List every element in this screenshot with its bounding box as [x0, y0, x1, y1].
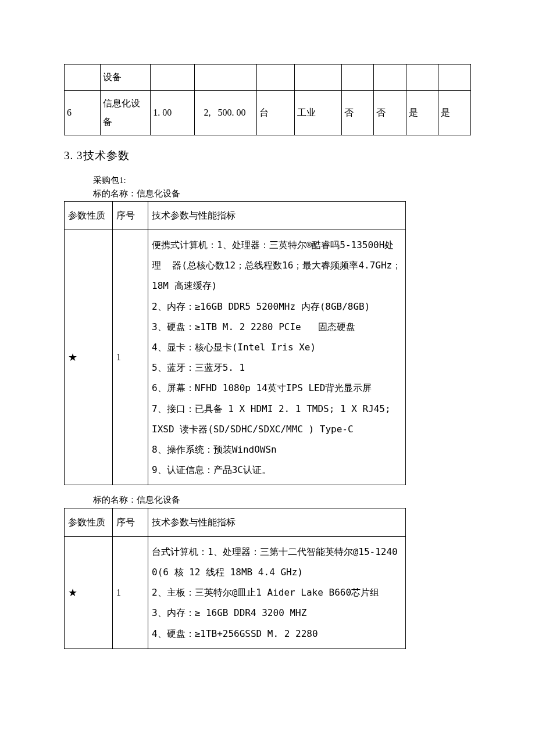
cell-star: ★ — [65, 536, 113, 648]
equipment-table: 设备 6 信息化设备 1. 00 2, 500. 00 台 工业 否 否 是 是 — [64, 64, 471, 135]
page: 设备 6 信息化设备 1. 00 2, 500. 00 台 工业 否 否 是 是… — [64, 64, 471, 649]
cell — [151, 65, 194, 91]
cell-yn: 是 — [406, 91, 438, 135]
target-name: 信息化设备 — [137, 495, 180, 504]
cell — [294, 65, 341, 91]
col-header-param-nature: 参数性质 — [65, 202, 113, 230]
spec-table-2: 参数性质 序号 技术参数与性能指标 ★ 1 台式计算机：1、处理器：三第十二代智… — [64, 508, 406, 649]
section-heading: 3. 3技术参数 — [64, 148, 471, 163]
cell-qty: 1. 00 — [151, 91, 194, 135]
cell — [406, 65, 438, 91]
cell-yn: 否 — [374, 91, 406, 135]
table-header-row: 参数性质 序号 技术参数与性能指标 — [65, 202, 406, 230]
cell-name: 信息化设备 — [101, 91, 151, 135]
target-label-prefix: 标的名称： — [93, 495, 137, 504]
package-label: 采购包1: — [93, 174, 471, 187]
col-header-spec: 技术参数与性能指标 — [148, 202, 406, 230]
cell-seq: 1 — [113, 536, 148, 648]
cell-yn: 是 — [438, 91, 471, 135]
col-header-param-nature: 参数性质 — [65, 508, 113, 536]
target-name-line: 标的名称：信息化设备 — [93, 187, 471, 200]
col-header-seq: 序号 — [113, 202, 148, 230]
cell-industry: 工业 — [294, 91, 341, 135]
spec-table-1: 参数性质 序号 技术参数与性能指标 ★ 1 便携式计算机：1、处理器：三英特尔®… — [64, 201, 406, 485]
cell-star: ★ — [65, 230, 113, 485]
cell-spec-text: 便携式计算机：1、处理器：三英特尔®酷睿吗5-13500H处理 器(总核心数12… — [148, 230, 406, 485]
cell — [438, 65, 471, 91]
cell-spec-text: 台式计算机：1、处理器：三第十二代智能英特尔@15-1240 0(6 核 12 … — [148, 536, 406, 648]
col-header-spec: 技术参数与性能指标 — [148, 508, 406, 536]
cell-yn: 否 — [341, 91, 374, 135]
cell-price: 2, 500. 00 — [194, 91, 257, 135]
cell — [374, 65, 406, 91]
col-header-seq: 序号 — [113, 508, 148, 536]
target-name-line-2: 标的名称：信息化设备 — [93, 493, 471, 507]
table-row: 6 信息化设备 1. 00 2, 500. 00 台 工业 否 否 是 是 — [65, 91, 471, 135]
cell — [257, 65, 294, 91]
cell — [341, 65, 374, 91]
cell-seq: 1 — [113, 230, 148, 485]
target-label-prefix: 标的名称： — [93, 189, 137, 198]
cell-unit: 台 — [257, 91, 294, 135]
table-header-row: 参数性质 序号 技术参数与性能指标 — [65, 508, 406, 536]
target-name: 信息化设备 — [137, 189, 180, 198]
cell-num-blank — [65, 65, 101, 91]
table-row: ★ 1 台式计算机：1、处理器：三第十二代智能英特尔@15-1240 0(6 核… — [65, 536, 406, 648]
cell — [194, 65, 257, 91]
cell-num: 6 — [65, 91, 101, 135]
cell-name: 设备 — [101, 65, 151, 91]
table-row: ★ 1 便携式计算机：1、处理器：三英特尔®酷睿吗5-13500H处理 器(总核… — [65, 230, 406, 485]
table-row: 设备 — [65, 65, 471, 91]
